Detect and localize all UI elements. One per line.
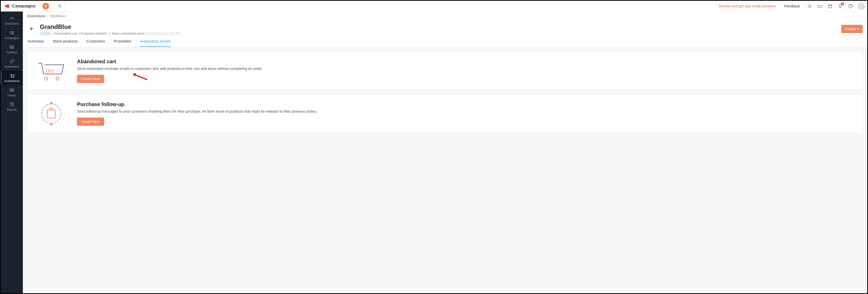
search-icon bbox=[58, 4, 62, 8]
sidebar-item-ecommerce[interactable]: Ecommerce bbox=[1, 70, 23, 85]
library-icon bbox=[9, 87, 14, 93]
sidebar-item-label: Library bbox=[7, 94, 16, 97]
tab-promotion[interactable]: Promotion bbox=[114, 39, 131, 47]
svg-point-13 bbox=[41, 104, 61, 123]
gauge-icon bbox=[9, 15, 14, 21]
svg-point-11 bbox=[45, 77, 48, 80]
associated-list-label: Associated List: bbox=[54, 32, 78, 35]
tabs: Summary Store products Customers Promoti… bbox=[23, 35, 867, 47]
app-logo[interactable]: Campaigns bbox=[4, 3, 36, 9]
card-title: Abandoned cart bbox=[77, 59, 854, 65]
feedback-link[interactable]: Feedback bbox=[780, 1, 804, 11]
breadcrumb: Ecommerce › Workflows bbox=[23, 11, 867, 21]
sidebar-item-label: Reports bbox=[7, 108, 17, 111]
connected-since-label: Store connected since bbox=[112, 32, 145, 35]
topbar: Campaigns + Review and get free email pr… bbox=[1, 1, 867, 11]
list-icon bbox=[807, 4, 812, 9]
card-description: Send follow-up messages to your customer… bbox=[77, 109, 854, 113]
svg-point-5 bbox=[10, 47, 11, 48]
sidebar-item-label: Automation bbox=[5, 65, 19, 68]
search-button[interactable] bbox=[55, 1, 65, 11]
back-button[interactable] bbox=[27, 25, 35, 33]
svg-point-8 bbox=[13, 77, 14, 78]
automation-icon bbox=[9, 59, 14, 64]
create-now-button[interactable]: Create Now bbox=[77, 117, 104, 126]
folder-icon bbox=[817, 4, 822, 9]
sidebar-item-automation[interactable]: Automation bbox=[1, 56, 23, 70]
sidebar-item-label: Campaigns bbox=[5, 36, 19, 39]
sidebar-item-label: Ecommerce bbox=[5, 79, 20, 82]
breadcrumb-root[interactable]: Ecommerce bbox=[27, 14, 45, 18]
calendar-icon bbox=[828, 4, 833, 9]
folder-icon-button[interactable] bbox=[814, 1, 825, 11]
arrow-left-icon bbox=[29, 26, 34, 32]
svg-point-12 bbox=[56, 77, 59, 80]
svg-point-7 bbox=[11, 77, 12, 78]
help-button[interactable] bbox=[845, 1, 856, 11]
store-subtitle: Shopify | Associated List: US-based cont… bbox=[40, 32, 841, 35]
help-icon bbox=[848, 4, 853, 9]
notifications-button[interactable]: 2 bbox=[835, 1, 845, 11]
tab-customers[interactable]: Customers bbox=[87, 39, 105, 47]
create-now-button[interactable]: Create Now bbox=[77, 75, 104, 83]
store-platform: Shopify bbox=[40, 32, 51, 35]
cart-icon bbox=[9, 73, 15, 79]
megaphone-icon bbox=[9, 30, 14, 36]
purchase-followup-illustration bbox=[36, 102, 67, 125]
svg-point-0 bbox=[58, 5, 60, 7]
calendar-icon-button[interactable] bbox=[825, 1, 835, 11]
associated-list-value: US-based contacts bbox=[79, 32, 107, 35]
pointer-arrow-icon bbox=[130, 72, 148, 82]
svg-point-6 bbox=[11, 61, 12, 62]
reports-icon bbox=[9, 102, 14, 107]
store-title: GrandBlue bbox=[40, 23, 841, 31]
connected-since-value: Dec 20 2019 12:36 PM bbox=[146, 32, 180, 35]
page-header: GrandBlue Shopify | Associated List: US-… bbox=[23, 21, 867, 35]
promo-link[interactable]: Review and get free email previews bbox=[715, 1, 780, 11]
chevron-right-icon: › bbox=[47, 14, 48, 18]
tab-store-products[interactable]: Store products bbox=[53, 39, 78, 47]
workflow-card-purchase-followup: Purchase follow-up Send follow-up messag… bbox=[27, 95, 863, 133]
add-button[interactable]: + bbox=[42, 3, 49, 9]
svg-rect-14 bbox=[47, 110, 56, 118]
sidebar-item-label: Dashboard bbox=[5, 22, 19, 25]
sidebar-item-library[interactable]: Library bbox=[1, 85, 23, 99]
tab-summary[interactable]: Summary bbox=[27, 39, 44, 47]
contacts-icon bbox=[9, 44, 14, 50]
avatar[interactable] bbox=[858, 2, 865, 10]
card-description: Send automated reminder emails to custom… bbox=[77, 67, 854, 71]
content-area: Ecommerce › Workflows GrandBlue Shopify … bbox=[23, 11, 867, 293]
megaphone-icon bbox=[4, 3, 10, 9]
breadcrumb-current: Workflows bbox=[50, 14, 66, 18]
create-button-label: Create bbox=[845, 27, 856, 31]
workflow-card-abandoned-cart: Abandoned cart Send automated reminder e… bbox=[27, 52, 863, 90]
sidebar-item-campaigns[interactable]: Campaigns bbox=[1, 27, 23, 42]
sidebar-item-dashboard[interactable]: Dashboard bbox=[1, 13, 23, 27]
notification-badge: 2 bbox=[841, 2, 844, 5]
app-name: Campaigns bbox=[12, 4, 36, 9]
list-icon-button[interactable] bbox=[804, 1, 814, 11]
svg-line-1 bbox=[60, 7, 61, 7]
tab-automated-emails[interactable]: Automated emails bbox=[140, 39, 171, 47]
card-title: Purchase follow-up bbox=[77, 101, 854, 107]
sidebar: Dashboard Campaigns Contacts Automation … bbox=[1, 11, 23, 293]
sidebar-item-contacts[interactable]: Contacts bbox=[1, 42, 23, 56]
sidebar-item-label: Contacts bbox=[6, 51, 17, 54]
chevron-down-icon: ▾ bbox=[857, 27, 859, 31]
create-button[interactable]: Create ▾ bbox=[841, 25, 863, 33]
sidebar-item-reports[interactable]: Reports bbox=[1, 99, 23, 113]
svg-rect-2 bbox=[828, 5, 832, 8]
abandoned-cart-illustration bbox=[36, 60, 67, 82]
